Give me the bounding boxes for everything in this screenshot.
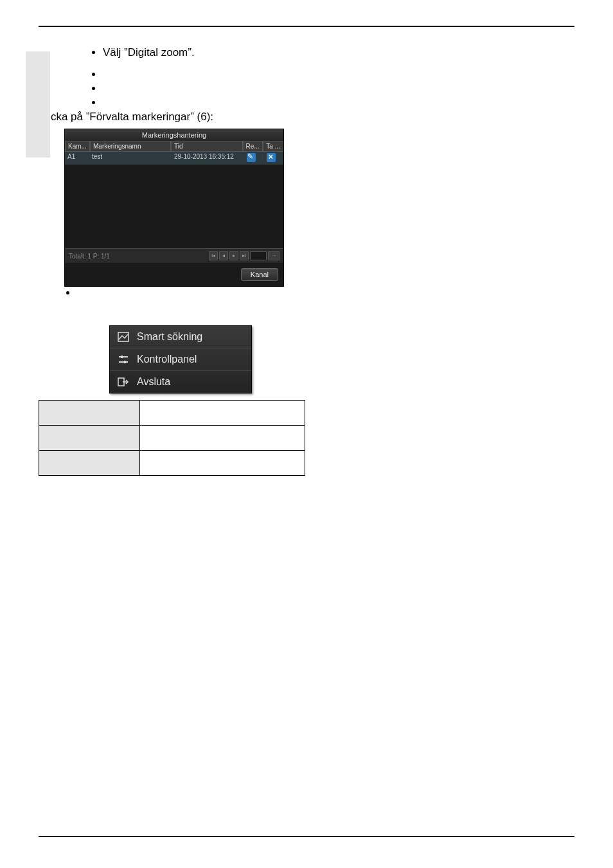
mh-window-title: Markeringshantering xyxy=(65,129,283,141)
edit-icon[interactable] xyxy=(247,153,256,162)
col-ta: Ta ... xyxy=(263,141,283,152)
bullet-list: Välj ”Digital zoom”. xyxy=(103,46,574,96)
sliders-icon xyxy=(118,354,129,365)
table-cell-gray xyxy=(39,451,140,476)
col-kam: Kam... xyxy=(65,141,90,152)
col-re: Re... xyxy=(243,141,263,152)
ctx-exit[interactable]: Avsluta xyxy=(110,370,251,393)
markeringshantering-window: Markeringshantering Kam... Markeringsnam… xyxy=(64,129,284,287)
context-menu: Smart sökning Kontrollpanel Avsluta xyxy=(109,325,252,393)
exit-icon xyxy=(118,377,129,387)
cell-tid: 29-10-2013 16:35:12 xyxy=(172,152,244,165)
cell-name: test xyxy=(89,152,172,165)
pager-first-icon[interactable]: I◂ xyxy=(209,251,218,260)
cell-edit[interactable] xyxy=(244,152,264,165)
pager-page-input[interactable] xyxy=(250,251,267,260)
ctx-smart-search[interactable]: Smart sökning xyxy=(110,326,251,348)
cell-kam: A1 xyxy=(65,152,89,165)
ctx-item-label: Kontrollpanel xyxy=(137,354,197,365)
svg-rect-4 xyxy=(124,361,126,363)
mh-pager[interactable]: I◂ ◂ ▸ ▸I → xyxy=(209,251,280,260)
mh-empty-area xyxy=(65,165,283,248)
mh-close-bar: Kanal xyxy=(65,263,283,286)
table-cell xyxy=(140,426,305,451)
mh-total-text: Totalt: 1 P: 1/1 xyxy=(69,253,110,260)
ctx-item-label: Smart sökning xyxy=(137,331,202,343)
margin-gray-block xyxy=(26,51,50,158)
ctx-item-label: Avsluta xyxy=(137,376,170,388)
top-divider xyxy=(39,26,574,27)
mh-table-header: Kam... Markeringsnamn Tid Re... Ta ... xyxy=(65,141,283,152)
col-name: Markeringsnamn xyxy=(90,141,171,152)
kanal-button[interactable]: Kanal xyxy=(241,268,278,281)
table-cell-gray xyxy=(39,426,140,451)
ctx-control-panel[interactable]: Kontrollpanel xyxy=(110,348,251,370)
image-icon xyxy=(118,332,129,342)
heading-manage-marks: Klicka på ”Förvalta markeringar” (6): xyxy=(39,111,574,123)
table-cell-gray xyxy=(39,401,140,426)
table-cell xyxy=(140,451,305,476)
bottom-divider xyxy=(39,836,574,837)
pager-next-icon[interactable]: ▸ xyxy=(229,251,238,260)
pager-go-icon[interactable]: → xyxy=(268,251,280,260)
col-tid: Tid xyxy=(171,141,243,152)
bullet-item-1: Välj ”Digital zoom”. xyxy=(103,46,574,59)
table-row xyxy=(39,426,305,451)
cell-delete[interactable] xyxy=(264,152,284,165)
delete-icon[interactable] xyxy=(267,153,276,162)
pager-last-icon[interactable]: ▸I xyxy=(240,251,249,260)
mh-table-row[interactable]: A1 test 29-10-2013 16:35:12 xyxy=(65,152,283,165)
table-row xyxy=(39,451,305,476)
table-row xyxy=(39,401,305,426)
mh-footer: Totalt: 1 P: 1/1 I◂ ◂ ▸ ▸I → xyxy=(65,248,283,263)
table-cell xyxy=(140,401,305,426)
info-table xyxy=(39,400,305,476)
svg-rect-2 xyxy=(121,356,123,358)
pager-prev-icon[interactable]: ◂ xyxy=(219,251,228,260)
